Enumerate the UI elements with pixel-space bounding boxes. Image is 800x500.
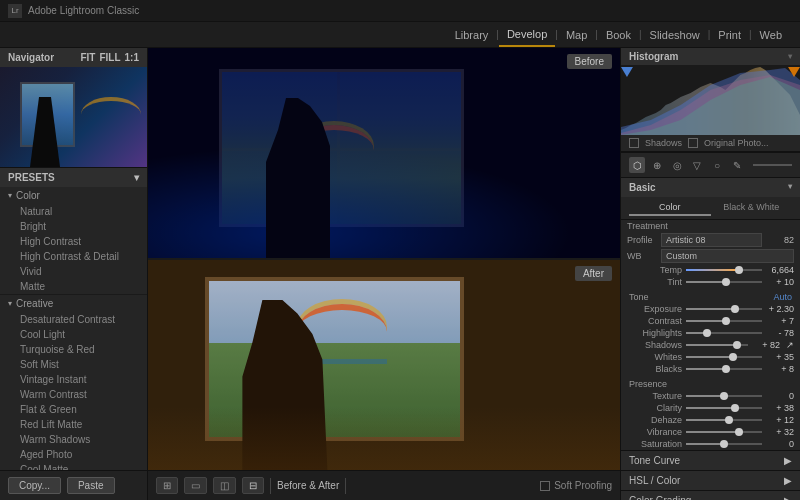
wb-dropdown[interactable]: Custom xyxy=(661,249,794,263)
tone-curve-header[interactable]: Tone Curve ▶ xyxy=(621,450,800,470)
presets-section: PRESETS ▾ ▾ Color Natural Bright High Co… xyxy=(0,168,147,470)
bottom-toolbar: ⊞ ▭ ◫ ⊟ Before & After Soft Proofing xyxy=(148,470,620,500)
nav-item-print[interactable]: Print xyxy=(710,22,749,47)
nav-item-develop[interactable]: Develop xyxy=(499,22,555,47)
compare-view-button[interactable]: ◫ xyxy=(213,477,236,494)
paste-button[interactable]: Paste xyxy=(67,477,115,494)
nav-item-map[interactable]: Map xyxy=(558,22,595,47)
preset-item[interactable]: Cool Matte xyxy=(0,462,147,470)
group-label: Color xyxy=(16,190,40,201)
preset-item[interactable]: Warm Shadows xyxy=(0,432,147,447)
shadows-slider[interactable] xyxy=(686,344,748,346)
group-label: Creative xyxy=(16,298,53,309)
preset-group-creative-header[interactable]: ▾ Creative xyxy=(0,295,147,312)
brush-tool[interactable]: ✎ xyxy=(729,157,745,173)
tool-icons-bar: ⬡ ⊕ ◎ ▽ ○ ✎ xyxy=(621,153,800,178)
exposure-slider[interactable] xyxy=(686,308,762,310)
loupe-view-button[interactable]: ▭ xyxy=(184,477,207,494)
histogram-header[interactable]: Histogram ▾ xyxy=(621,48,800,65)
tint-row: Tint + 10 xyxy=(621,276,800,288)
nav-1to1[interactable]: 1:1 xyxy=(125,52,139,63)
color-grading-header[interactable]: Color Grading ▶ xyxy=(621,490,800,500)
profile-dropdown[interactable]: Artistic 08 xyxy=(661,233,762,247)
soft-proofing-button[interactable]: Soft Proofing xyxy=(540,480,612,491)
app-title: Adobe Lightroom Classic xyxy=(28,5,139,16)
nav-rainbow xyxy=(81,97,141,132)
saturation-slider[interactable] xyxy=(686,443,762,445)
nav-item-library[interactable]: Library xyxy=(447,22,497,47)
copy-button[interactable]: Copy... xyxy=(8,477,61,494)
hsl-header[interactable]: HSL / Color ▶ xyxy=(621,470,800,490)
navigator-header[interactable]: Navigator FIT FILL 1:1 xyxy=(0,48,147,67)
vibrance-row: Vibrance + 32 xyxy=(621,426,800,438)
tint-label: Tint xyxy=(627,277,682,287)
preset-item[interactable]: Vivid xyxy=(0,264,147,279)
contrast-row: Contrast + 7 xyxy=(621,315,800,327)
treatment-row: Treatment xyxy=(621,220,800,232)
dehaze-slider[interactable] xyxy=(686,419,762,421)
gradient-tool[interactable]: ▽ xyxy=(689,157,705,173)
toolbar-sep-1 xyxy=(270,478,271,494)
shadow-label: Shadows xyxy=(645,138,682,148)
preset-item[interactable]: Aged Photo xyxy=(0,447,147,462)
nav-item-slideshow[interactable]: Slideshow xyxy=(642,22,708,47)
preset-item[interactable]: Natural xyxy=(0,204,147,219)
whites-slider[interactable] xyxy=(686,356,762,358)
presets-header[interactable]: PRESETS ▾ xyxy=(0,168,147,187)
preset-item[interactable]: High Contrast xyxy=(0,234,147,249)
basic-arrow: ▾ xyxy=(788,182,792,193)
nav-item-web[interactable]: Web xyxy=(752,22,790,47)
soft-proofing-checkbox[interactable] xyxy=(540,481,550,491)
preset-group-color-header[interactable]: ▾ Color xyxy=(0,187,147,204)
preset-item[interactable]: Matte xyxy=(0,279,147,294)
tab-color[interactable]: Color xyxy=(629,200,711,216)
survey-view-button[interactable]: ⊟ xyxy=(242,477,264,494)
radial-tool[interactable]: ○ xyxy=(709,157,725,173)
preset-item[interactable]: Red Lift Matte xyxy=(0,417,147,432)
crop-tool[interactable]: ⬡ xyxy=(629,157,645,173)
tool-slider[interactable] xyxy=(753,164,792,166)
hsl-label: HSL / Color xyxy=(629,475,680,486)
clarity-slider[interactable] xyxy=(686,407,762,409)
contrast-fill xyxy=(686,320,726,322)
whites-fill xyxy=(686,356,733,358)
basic-panel-header[interactable]: Basic ▾ xyxy=(621,178,800,197)
right-panel: Histogram ▾ xyxy=(620,48,800,500)
nav-fill[interactable]: FILL xyxy=(99,52,120,63)
preset-item[interactable]: Desaturated Contrast xyxy=(0,312,147,327)
histogram-canvas xyxy=(621,65,800,135)
redeye-tool[interactable]: ◎ xyxy=(669,157,685,173)
tone-auto[interactable]: Auto xyxy=(773,292,792,302)
original-checkbox[interactable] xyxy=(688,138,698,148)
preset-item[interactable]: Warm Contrast xyxy=(0,387,147,402)
preset-item[interactable]: Flat & Green xyxy=(0,402,147,417)
before-label: Before xyxy=(567,54,612,69)
preset-item[interactable]: Soft Mist xyxy=(0,357,147,372)
after-image xyxy=(148,260,620,470)
texture-slider[interactable] xyxy=(686,395,762,397)
nav-fit[interactable]: FIT xyxy=(80,52,95,63)
temp-slider[interactable] xyxy=(686,269,762,271)
grid-view-button[interactable]: ⊞ xyxy=(156,477,178,494)
vibrance-thumb xyxy=(735,428,743,436)
preset-item[interactable]: Turquoise & Red xyxy=(0,342,147,357)
preset-item[interactable]: Bright xyxy=(0,219,147,234)
heal-tool[interactable]: ⊕ xyxy=(649,157,665,173)
tab-bw[interactable]: Black & White xyxy=(711,200,793,216)
contrast-slider[interactable] xyxy=(686,320,762,322)
presets-title: PRESETS xyxy=(8,172,55,183)
arrow-icon: ▶ xyxy=(784,455,792,466)
nav-item-book[interactable]: Book xyxy=(598,22,639,47)
shadows-thumb xyxy=(733,341,741,349)
highlights-slider[interactable] xyxy=(686,332,762,334)
shadow-checkbox[interactable] xyxy=(629,138,639,148)
tone-section: Tone Auto xyxy=(621,288,800,303)
preset-item[interactable]: Vintage Instant xyxy=(0,372,147,387)
texture-thumb xyxy=(720,392,728,400)
preset-item[interactable]: High Contrast & Detail xyxy=(0,249,147,264)
highlights-value: - 78 xyxy=(766,328,794,338)
vibrance-slider[interactable] xyxy=(686,431,762,433)
tint-slider[interactable] xyxy=(686,281,762,283)
preset-item[interactable]: Cool Light xyxy=(0,327,147,342)
blacks-slider[interactable] xyxy=(686,368,762,370)
